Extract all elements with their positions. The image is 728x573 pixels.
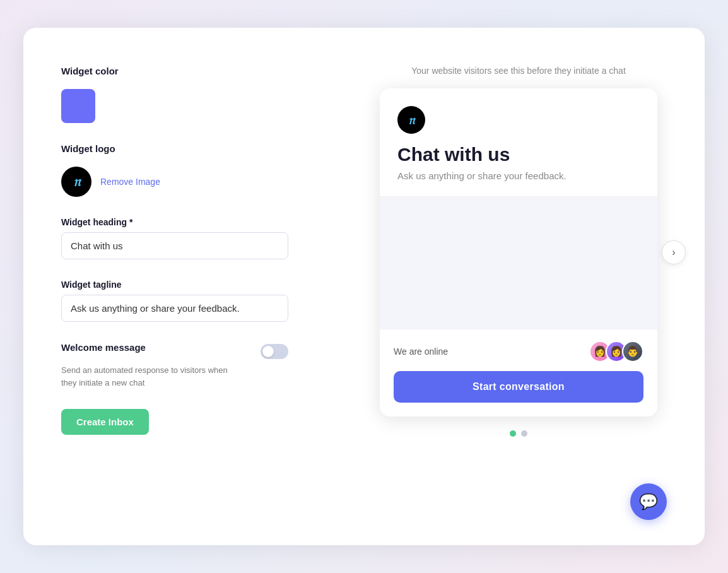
widget-heading-label: Widget heading *: [61, 217, 314, 227]
next-arrow-button[interactable]: ›: [662, 240, 686, 264]
chat-bubble-icon: 💬: [639, 493, 658, 511]
right-panel: Your website visitors see this before th…: [364, 66, 673, 514]
widget-tagline-label: Widget tagline: [61, 280, 314, 290]
float-chat-button[interactable]: 💬: [630, 483, 667, 520]
widget-preview-wrapper: 𝔫 Chat with us Ask us anything or share …: [364, 88, 673, 416]
main-card: Widget color Widget logo 𝔫 Remove Image …: [23, 28, 705, 545]
avatar-2-face: 👩: [610, 346, 623, 357]
widget-header: 𝔫 Chat with us Ask us anything or share …: [380, 88, 657, 197]
avatar-3-face: 👨: [626, 346, 639, 357]
widget-logo-circle: 𝔫: [397, 106, 425, 134]
welcome-message-description: Send an automated response to visitors w…: [61, 364, 238, 389]
widget-tagline-preview: Ask us anything or share your feedback.: [397, 170, 640, 181]
widget-heading-section: Widget heading *: [61, 217, 314, 259]
welcome-message-toggle[interactable]: [261, 344, 288, 359]
logo-icon: 𝔫: [73, 175, 80, 189]
widget-tagline-section: Widget tagline: [61, 280, 314, 322]
widget-logo-icon: 𝔫: [408, 114, 414, 126]
widget-color-label: Widget color: [61, 66, 314, 76]
logo-circle: 𝔫: [61, 167, 91, 197]
chevron-right-icon: ›: [672, 247, 675, 258]
widget-body: [380, 197, 657, 329]
online-text: We are online: [394, 346, 448, 357]
pagination-dots: [510, 430, 527, 437]
left-panel: Widget color Widget logo 𝔫 Remove Image …: [61, 66, 314, 514]
avatar-1-face: 👩: [594, 346, 606, 357]
widget-logo-section: Widget logo 𝔫 Remove Image: [61, 143, 314, 197]
welcome-message-header: Welcome message: [61, 342, 288, 360]
widget-color-section: Widget color: [61, 66, 314, 123]
welcome-message-label: Welcome message: [61, 342, 146, 353]
remove-image-link[interactable]: Remove Image: [100, 177, 160, 187]
widget-card: 𝔫 Chat with us Ask us anything or share …: [380, 88, 657, 416]
widget-heading-input[interactable]: [61, 232, 288, 259]
widget-title: Chat with us: [397, 144, 640, 165]
widget-logo-row: 𝔫: [397, 106, 640, 134]
start-conversation-button[interactable]: Start conversation: [394, 371, 643, 403]
online-row: We are online 👩 👩 👨: [394, 341, 643, 362]
logo-row: 𝔫 Remove Image: [61, 167, 314, 197]
create-inbox-button[interactable]: Create Inbox: [61, 409, 149, 435]
widget-color-swatch[interactable]: [61, 89, 95, 123]
pagination-dot-2[interactable]: [521, 430, 527, 437]
welcome-message-section: Welcome message Send an automated respon…: [61, 342, 314, 389]
widget-logo-label: Widget logo: [61, 143, 314, 154]
pagination-dot-1[interactable]: [510, 430, 516, 437]
widget-footer: We are online 👩 👩 👨: [380, 329, 657, 416]
avatar-group: 👩 👩 👨: [589, 341, 643, 362]
avatar-3: 👨: [622, 341, 643, 362]
preview-label: Your website visitors see this before th…: [411, 66, 626, 76]
widget-tagline-input[interactable]: [61, 295, 288, 322]
